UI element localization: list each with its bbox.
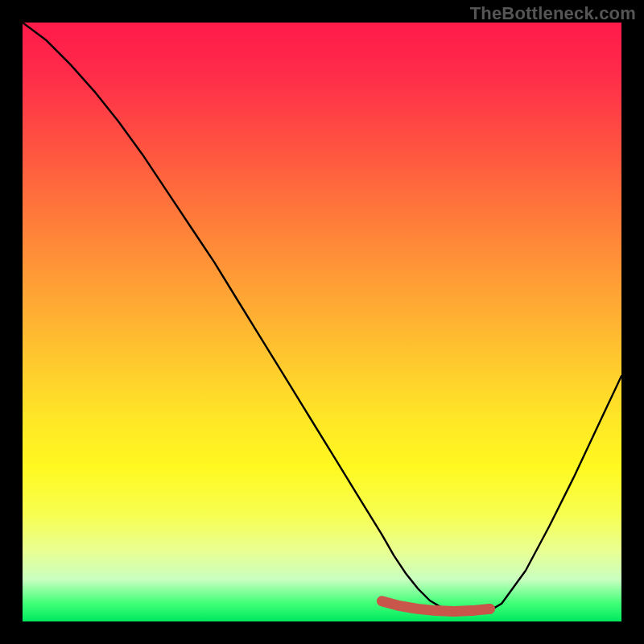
bottleneck-curve — [23, 23, 621, 613]
chart-svg — [23, 23, 621, 621]
watermark-text: TheBottleneck.com — [470, 3, 636, 24]
optimal-range-dot — [467, 605, 477, 616]
optimal-range-dot — [485, 604, 495, 614]
chart-frame: TheBottleneck.com — [0, 0, 644, 644]
plot-area — [23, 23, 621, 621]
